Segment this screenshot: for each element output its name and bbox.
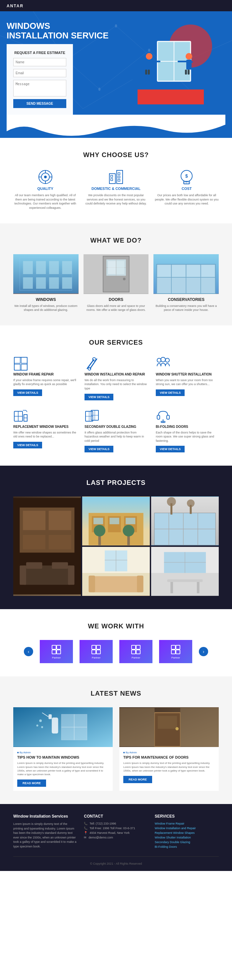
news-author-0: ■ By Admin — [17, 751, 109, 754]
footer-service-link-3[interactable]: Window Shutter Installation — [155, 836, 191, 839]
svg-point-180 — [41, 726, 43, 728]
svg-rect-190 — [180, 708, 219, 746]
footer-service-link-1[interactable]: Window Installation and Repair — [155, 827, 196, 830]
read-more-btn-1[interactable]: READ MORE — [123, 776, 152, 783]
conservatories-card-title: CONSERVATORIES — [153, 297, 219, 302]
replacement-window-icon — [13, 409, 28, 423]
location-icon: 📍 — [84, 831, 87, 835]
svg-point-128 — [94, 525, 105, 536]
view-details-btn-5[interactable]: VIEW DETAILS — [156, 446, 184, 452]
send-message-button[interactable]: SEND MESSAGE — [13, 99, 66, 108]
svg-rect-43 — [111, 175, 113, 177]
view-details-btn-1[interactable]: VIEW DETAILS — [84, 394, 113, 400]
svg-rect-157 — [197, 582, 200, 593]
footer-grid: Window Installation Services Lorem ipsum… — [13, 814, 219, 850]
windows-image — [13, 254, 79, 294]
svg-rect-175 — [52, 718, 58, 733]
footer-services-list: Window Frame Repair Window Installation … — [155, 822, 219, 848]
svg-rect-158 — [52, 645, 56, 649]
email-input[interactable] — [13, 69, 66, 77]
view-details-btn-4[interactable]: VIEW DETAILS — [84, 446, 113, 452]
news-card-text-1: Lorem Ipsum is simply dummy text of the … — [123, 761, 215, 773]
service-card-windows: WINDOWS We install all types of windows,… — [13, 254, 79, 312]
window-frame-repair-text: If your window frame requires some repai… — [13, 378, 76, 387]
footer-services-title: SERVICES — [155, 814, 219, 819]
svg-rect-105 — [167, 415, 169, 419]
hero-illustration-area — [116, 21, 226, 115]
partner-card-3: Partner — [159, 640, 192, 663]
footer-service-link-2[interactable]: Replacement Window Shapes — [155, 831, 195, 835]
cost-icon: $ — [178, 169, 195, 185]
svg-rect-62 — [49, 277, 59, 288]
svg-rect-42 — [117, 170, 122, 184]
footer-services-col: SERVICES Window Frame Repair Window Inst… — [155, 814, 219, 850]
news-card-title-0: TIPS HOW TO MAINTAIN WINDOWS — [17, 755, 109, 759]
service-window-frame-repair: WINDOW FRAME REPAIR If your window frame… — [13, 356, 76, 400]
news-grid: ■ By Admin TIPS HOW TO MAINTAIN WINDOWS … — [13, 707, 219, 791]
footer-service-link-4[interactable]: Secondary Double Glazing — [155, 840, 190, 844]
news-card-0: ■ By Admin TIPS HOW TO MAINTAIN WINDOWS … — [13, 707, 113, 791]
project-5-img — [151, 547, 219, 596]
partner-icon-3 — [170, 644, 181, 655]
service-bifolding-doors: BI-FOLDING DOORS Each shape of the doors… — [156, 409, 219, 453]
svg-rect-112 — [23, 535, 45, 549]
hero-window-illustration — [138, 32, 204, 104]
svg-rect-56 — [23, 261, 33, 274]
conservatories-img-svg — [153, 254, 219, 294]
domestic-title: DOMESTIC & COMMERCIAL — [84, 186, 148, 191]
svg-point-178 — [39, 719, 42, 722]
partners-next-button[interactable]: › — [199, 647, 208, 656]
project-3-img — [151, 496, 219, 546]
svg-rect-186 — [158, 716, 177, 729]
svg-rect-63 — [62, 277, 72, 288]
domestic-text: We provide discounts on the most popular… — [84, 193, 148, 206]
read-more-btn-0[interactable]: READ MORE — [17, 780, 46, 787]
what-we-do-title: WHAT WE DO? — [13, 237, 219, 244]
hero-wave — [6, 115, 226, 138]
name-input[interactable] — [13, 58, 66, 66]
svg-rect-125 — [110, 518, 119, 524]
footer-address: 📍 4934 Harvest Road, New York — [84, 831, 148, 835]
phone-icon: 📞 — [84, 822, 87, 825]
footer-service-0: Window Frame Repair — [155, 822, 219, 825]
svg-point-21 — [146, 53, 153, 60]
doors-card-title: DOORS — [84, 297, 149, 302]
svg-rect-124 — [94, 518, 103, 524]
footer-copyright: © Copyright 2021 - All Rights Reserved — [90, 862, 142, 865]
partner-label-0: Partner — [52, 656, 60, 659]
doors-img-svg — [84, 254, 149, 294]
view-details-btn-2[interactable]: VIEW DETAILS — [156, 390, 184, 396]
svg-rect-31 — [188, 70, 189, 75]
service-card-doors: DOORS Glass doors add more air and space… — [84, 254, 149, 312]
view-details-btn-0[interactable]: VIEW DETAILS — [13, 390, 42, 396]
footer-service-link-0[interactable]: Window Frame Repair — [155, 822, 184, 825]
svg-rect-79 — [172, 265, 185, 277]
our-services-title: OUR SERVICES — [13, 339, 219, 346]
quality-title: QUALITY — [13, 186, 77, 191]
news-card-text-0: Lorem Ipsum is simply dummy text of the … — [17, 761, 109, 776]
form-title: REQUEST A FREE ESTIMATE — [13, 51, 66, 55]
news-image-1 — [119, 707, 219, 747]
bifolding-doors-title: BI-FOLDING DOORS — [156, 425, 219, 428]
svg-rect-160 — [52, 650, 56, 654]
quality-icon — [37, 169, 54, 185]
footer-service-link-5[interactable]: Bi-Folding Doors — [155, 845, 177, 848]
project-thumb-4 — [82, 547, 150, 596]
message-input[interactable] — [13, 80, 66, 97]
features-grid: QUALITY All our team members are high qu… — [13, 169, 219, 210]
window-installation-icon — [84, 356, 99, 371]
project-thumb-1 — [13, 496, 81, 596]
window-installation-text: We do all the work from measuring to ins… — [84, 378, 148, 391]
svg-rect-86 — [21, 364, 27, 370]
doors-card-text: Glass doors add more air and space to yo… — [84, 304, 149, 312]
double-glazing-icon — [84, 409, 99, 423]
svg-point-69 — [123, 277, 126, 280]
svg-rect-118 — [68, 566, 74, 585]
svg-rect-155 — [167, 580, 203, 582]
last-projects-title: LAST PROJECTS — [13, 479, 219, 487]
partners-prev-button[interactable]: ‹ — [24, 647, 33, 656]
view-details-btn-3[interactable]: VIEW DETAILS — [13, 442, 42, 449]
news-card-title-1: TIPS FOR MAINTENANCE OF DOORS — [123, 755, 215, 759]
svg-rect-163 — [97, 645, 100, 649]
partner-card-1: Partner — [79, 640, 113, 663]
